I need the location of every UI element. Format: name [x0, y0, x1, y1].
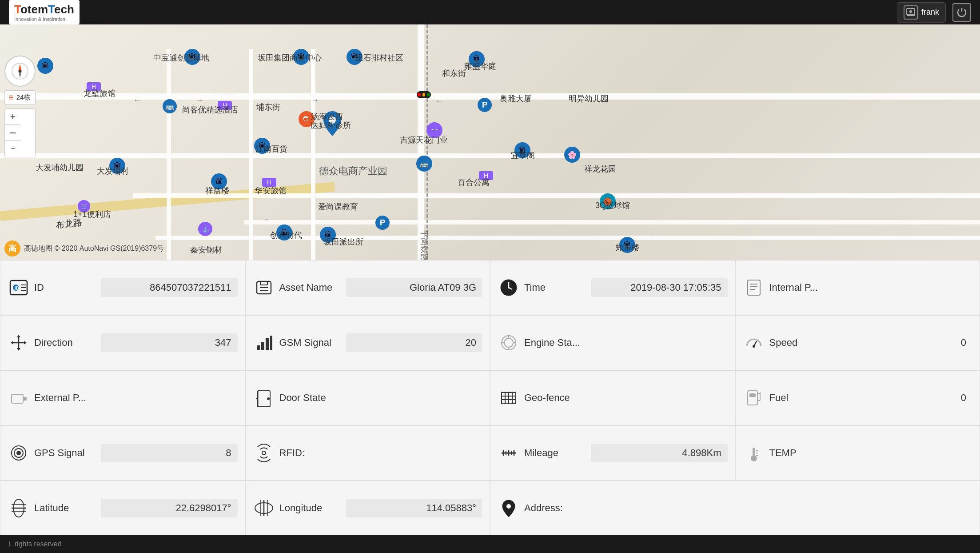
door-label: Door State [279, 392, 342, 404]
door-value [346, 394, 483, 401]
map-label: 明异幼儿园 [569, 93, 609, 104]
compass-control[interactable] [4, 56, 36, 87]
map-label: 中宝通创意基地 [153, 52, 209, 63]
header: TotemTech Innovation & Inspiration frank [0, 0, 980, 24]
bottom-bar: L rights reserved [0, 535, 980, 553]
map-label: 尚客优精选酒店 [182, 104, 238, 115]
map-label: 秦安钢材 [190, 244, 222, 255]
engine-icon [498, 332, 520, 354]
rfid-value [346, 449, 483, 457]
id-value: 864507037221511 [101, 278, 238, 297]
svg-rect-34 [261, 342, 264, 350]
longitude-label: Longitude [279, 502, 342, 514]
speed-field: Speed 0 [735, 315, 980, 370]
map-label: 坂田派出所 [323, 236, 363, 247]
map-label: 雍盛华庭 [464, 61, 496, 72]
svg-rect-62 [757, 393, 760, 401]
svg-text:ID: ID [15, 286, 19, 291]
asset-icon [253, 276, 275, 299]
direction-field: Direction 347 [0, 315, 245, 370]
map-label: 大发埔村 [97, 166, 129, 176]
svg-point-38 [504, 338, 513, 347]
map-label: 和东街 [442, 68, 466, 79]
svg-point-49 [267, 397, 270, 400]
time-label: Time [524, 282, 586, 293]
address-value [591, 505, 972, 512]
svg-rect-23 [748, 280, 760, 295]
zoom-in-button[interactable]: + [5, 109, 21, 125]
svg-marker-29 [11, 341, 13, 345]
id-field: ID ID 864507037221511 [0, 260, 245, 315]
power-button[interactable] [952, 3, 971, 22]
map-label: 德众电商产业园 [319, 164, 387, 178]
map-controls: ≡ 24栋 + − − [4, 56, 36, 157]
direction-label: Direction [34, 337, 96, 349]
map-label: 里石排村社区 [355, 52, 403, 63]
map-label: 祥龙花园 [584, 164, 616, 174]
temp-label: TEMP [769, 447, 832, 459]
rfid-field: RFID: [245, 425, 490, 481]
user-info: frank [897, 2, 946, 23]
svg-point-22 [508, 287, 510, 289]
svg-marker-30 [24, 341, 27, 345]
temp-icon [743, 442, 765, 464]
speed-value: 0 [832, 333, 973, 352]
rfid-label: RFID: [279, 447, 342, 459]
address-icon [498, 497, 520, 519]
map-label: 江南百货 [255, 144, 287, 154]
logo-subtitle: Innovation & Inspiration [14, 16, 74, 22]
internal-p-field: Internal P... [735, 260, 980, 315]
map-label: 3Q篮球馆 [595, 200, 630, 211]
external-p-icon [8, 387, 30, 409]
map-label: 华安旅馆 [255, 185, 287, 196]
zoom-controls: + − − [4, 108, 36, 157]
layer-toggle[interactable]: ≡ 24栋 [4, 90, 36, 105]
asset-name-field: Asset Name Gloria AT09 3G [245, 260, 490, 315]
logo-text: TotemTech [14, 3, 74, 16]
address-field: Address: [490, 481, 980, 536]
svg-rect-36 [270, 336, 272, 350]
zoom-out-button[interactable]: − [5, 125, 21, 141]
external-p-label: External P... [34, 392, 96, 404]
svg-rect-60 [748, 391, 757, 405]
svg-point-87 [506, 504, 511, 509]
logo-box: TotemTech Innovation & Inspiration [9, 0, 80, 24]
fuel-label: Fuel [769, 392, 832, 404]
engine-label: Engine Sta... [524, 337, 586, 349]
map-label: 爱尚课教育 [318, 201, 358, 212]
gsm-signal-icon [253, 332, 275, 354]
geo-fence-label: Geo-fence [524, 392, 586, 404]
time-field: Time 2019-08-30 17:05:35 [490, 260, 735, 315]
map-copyright: 高 高德地图 © 2020 AutoNavi GS(2019)6379号 [4, 240, 164, 256]
map-label: 百合公寓 [458, 177, 490, 188]
logo-area: TotemTech Innovation & Inspiration [9, 0, 80, 24]
time-value: 2019-08-30 17:05:35 [591, 278, 728, 297]
map-label: 奥雅大厦 [500, 93, 532, 104]
latitude-field: Latitude 22.6298017° [0, 481, 245, 536]
geo-fence-icon [498, 387, 520, 409]
gsm-label: GSM Signal [279, 337, 342, 349]
mileage-icon [498, 442, 520, 464]
time-icon [498, 276, 520, 299]
map-label: 祥益楼 [205, 185, 229, 196]
svg-rect-45 [12, 394, 23, 403]
svg-point-67 [262, 451, 266, 455]
zoom-minus-button[interactable]: − [5, 141, 21, 157]
map-label: 坂田集团商务中心 [258, 52, 322, 63]
geo-fence-field: Geo-fence [490, 370, 735, 425]
gps-signal-value: 8 [101, 444, 238, 462]
user-avatar-icon [904, 5, 918, 20]
svg-rect-46 [23, 397, 27, 401]
id-label: ID [34, 282, 96, 293]
direction-value: 347 [101, 333, 238, 352]
internal-p-value [836, 284, 973, 291]
rfid-icon [253, 442, 275, 464]
map-container[interactable]: P P 🏛 🏛 🏛 H H 🏛 🏛 🏛 H 🛒 🏛 🏛 ⚓ 🏛 🏛 🌸 H 🏀 … [0, 24, 980, 260]
door-state-field: Door State [245, 370, 490, 425]
map-label: 平岗铁路 [419, 230, 430, 260]
mileage-value: 4.898Km [591, 444, 728, 462]
id-icon: ID [8, 276, 30, 299]
svg-rect-75 [753, 448, 755, 457]
speed-icon [743, 332, 765, 354]
fuel-icon [743, 387, 765, 409]
